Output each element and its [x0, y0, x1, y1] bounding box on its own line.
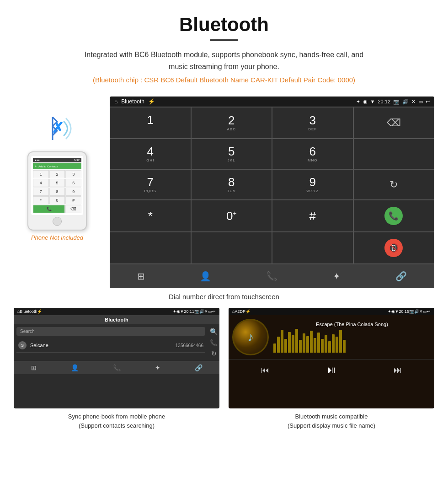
ms-content: ♪ Escape (The Pina Colada Song) [229, 315, 434, 359]
phone-key-4[interactable]: 4 [33, 179, 49, 187]
dial-key-2[interactable]: 2 ABC [191, 107, 272, 139]
ms-music-note-icon: ♪ [247, 330, 254, 344]
phone-key-0[interactable]: 0 [49, 196, 65, 204]
main-section: ✗ ●●●M32 +Add to Contacts 1 2 [0, 97, 448, 288]
dial-refresh-button[interactable]: ↻ [353, 169, 435, 200]
eq-bar [321, 339, 324, 353]
nav-contacts-icon[interactable]: 👤 [196, 269, 215, 284]
pb-nav-contacts-icon[interactable]: 👤 [71, 364, 79, 371]
dial-key-5[interactable]: 5 JKL [191, 139, 272, 169]
eq-bar [325, 335, 327, 353]
pb-close-icon: ✕ [204, 309, 208, 314]
phone-key-1[interactable]: 1 [33, 170, 49, 178]
ms-equalizer [273, 330, 431, 353]
nav-apps-icon[interactable]: ⊞ [133, 269, 149, 284]
phone-screen: ●●●M32 +Add to Contacts 1 2 3 4 5 6 7 8 … [31, 156, 83, 215]
dial-key-1[interactable]: 1 [110, 107, 191, 139]
pb-nav-apps-icon[interactable]: ⊞ [31, 364, 37, 371]
ms-play-pause-button[interactable]: ⏯ [326, 364, 336, 376]
dial-key-8[interactable]: 8 TUV [191, 169, 272, 200]
ms-location-icon: ◉ [391, 309, 395, 314]
eq-bar [339, 330, 342, 353]
dial-key-star[interactable]: * [110, 200, 191, 232]
music-caption: Bluetooth music compatible(Support displ… [229, 408, 434, 432]
nav-link-icon[interactable]: 🔗 [392, 269, 411, 284]
pb-call-right-icon[interactable]: 📞 [210, 339, 218, 346]
eq-bar [292, 335, 294, 353]
eq-bar [343, 340, 346, 353]
pb-app-bar: Bluetooth [14, 315, 219, 324]
ms-camera-icon: 📷 [409, 309, 414, 314]
nav-bluetooth-icon[interactable]: ✦ [329, 269, 344, 284]
pb-app-name: Bluetooth [20, 309, 37, 314]
eq-bar [306, 336, 309, 353]
pb-camera-icon: 📷 [194, 309, 199, 314]
title-section: Bluetooth Integrated with BC6 Bluetooth … [0, 0, 448, 97]
phonebook-caption-text: Sync phone-book from mobile phone(Suppor… [68, 413, 165, 429]
pb-nav-link-icon[interactable]: 🔗 [195, 364, 203, 371]
phone-key-5[interactable]: 5 [49, 179, 65, 187]
phone-key-hash[interactable]: # [65, 196, 81, 204]
pb-refresh-right-icon[interactable]: ↻ [211, 350, 217, 357]
phone-keypad: 1 2 3 4 5 6 7 8 9 * 0 # 📞 ⌫ [33, 170, 81, 213]
dial-key-3[interactable]: 3 DEF [272, 107, 353, 139]
dial-key-9[interactable]: 9 WXYZ [272, 169, 353, 200]
dial-red-call-button[interactable]: 📵 [353, 232, 435, 264]
eq-bar [273, 343, 276, 353]
eq-bar [310, 331, 313, 353]
phone-key-3[interactable]: 3 [65, 170, 81, 178]
phone-key-extra[interactable]: ⌫ [65, 205, 81, 213]
pb-search-bar[interactable]: Search [16, 327, 205, 336]
pb-contact-number: 13566664466 [176, 343, 203, 348]
ms-status-bar: ⌂ A2DP ⚡ ✦ ◉ ▼ 20:15 📷 🔊 ✕ ▭ ↩ [229, 308, 434, 315]
phone-key-star[interactable]: * [33, 196, 49, 204]
pb-contact-item[interactable]: S Seicane 13566664466 [16, 338, 205, 353]
dial-key-6[interactable]: 6 MNO [272, 139, 353, 169]
phone-key-6[interactable]: 6 [65, 179, 81, 187]
ms-prev-button[interactable]: ⏮ [261, 365, 269, 375]
pb-search-right-icon[interactable]: 🔍 [210, 328, 218, 335]
status-left: ⌂ Bluetooth ⚡ [114, 98, 155, 105]
ms-back-icon: ↩ [427, 309, 431, 314]
music-panel: ⌂ A2DP ⚡ ✦ ◉ ▼ 20:15 📷 🔊 ✕ ▭ ↩ ♪ [229, 308, 434, 432]
close-icon: ✕ [411, 99, 416, 105]
status-right: ✦ ◉ ▼ 20:12 📷 🔊 ✕ ▭ ↩ [356, 99, 430, 105]
pb-back-icon: ↩ [212, 309, 216, 314]
ms-app-name: A2DP [235, 309, 245, 314]
pb-contact-name: Seicane [30, 343, 176, 348]
dial-key-0[interactable]: 0+ [191, 200, 272, 232]
eq-bar [303, 333, 305, 353]
bottom-panels: ⌂ Bluetooth ⚡ ✦ ◉ ▼ 20:11 📷 🔊 ✕ ▭ ↩ Blue… [0, 308, 448, 432]
eq-bar [336, 337, 338, 353]
phone-home-button[interactable] [53, 217, 62, 226]
eq-bar [284, 339, 287, 353]
pb-search-placeholder: Search [20, 329, 35, 334]
pb-app-title: Bluetooth [105, 317, 128, 322]
ms-time: 20:15 [399, 309, 409, 314]
phone-key-7[interactable]: 7 [33, 188, 49, 196]
phone-call-button[interactable]: 📞 [33, 205, 65, 213]
dial-key-4[interactable]: 4 GHI [110, 139, 191, 169]
eq-bar [288, 332, 291, 353]
pb-nav-bar: ⊞ 👤 📞 ✦ 🔗 [14, 361, 219, 374]
dial-delete-button[interactable]: ⌫ [353, 107, 435, 139]
dial-green-call-button[interactable]: 📞 [353, 200, 435, 232]
pb-location-icon: ◉ [176, 309, 180, 314]
dial-key-7[interactable]: 7 PQRS [110, 169, 191, 200]
phone-key-8[interactable]: 8 [49, 188, 65, 196]
pb-contact-row: Seicane 13566664466 [30, 343, 203, 348]
ms-next-button[interactable]: ⏭ [394, 365, 402, 375]
ms-controls: ⏮ ⏯ ⏭ [229, 359, 434, 381]
pb-nav-bt-icon[interactable]: ✦ [155, 364, 160, 371]
pb-nav-phone-icon[interactable]: 📞 [113, 364, 121, 371]
usb-icon: ⚡ [148, 98, 155, 105]
phonebook-screen: ⌂ Bluetooth ⚡ ✦ ◉ ▼ 20:11 📷 🔊 ✕ ▭ ↩ Blue… [14, 308, 219, 408]
phone-key-9[interactable]: 9 [65, 188, 81, 196]
dial-app-name: Bluetooth [121, 98, 144, 105]
phone-key-2[interactable]: 2 [49, 170, 65, 178]
dial-nav-bar: ⊞ 👤 📞 ✦ 🔗 [110, 264, 434, 288]
dial-key-hash[interactable]: # [272, 200, 353, 232]
music-screen: ⌂ A2DP ⚡ ✦ ◉ ▼ 20:15 📷 🔊 ✕ ▭ ↩ ♪ [229, 308, 434, 408]
nav-phone-icon[interactable]: 📞 [262, 269, 281, 284]
pb-right-icons: 🔍 📞 ↻ [208, 324, 219, 361]
